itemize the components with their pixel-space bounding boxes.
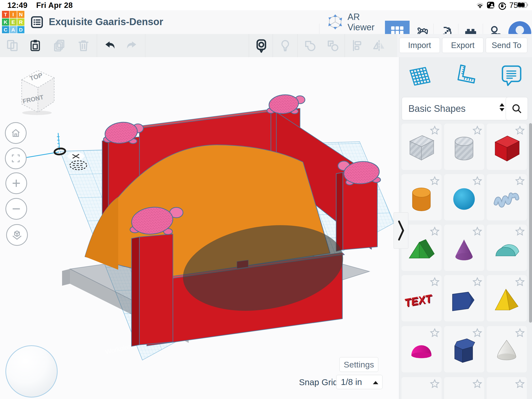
hide-button[interactable]	[279, 39, 292, 52]
search-icon	[511, 103, 522, 114]
favorite-star-icon[interactable]	[429, 379, 440, 389]
ar-cube-icon	[326, 13, 344, 31]
orbit-navigation-ball[interactable]	[5, 345, 58, 398]
shapes-panel: Basic Shapes	[399, 57, 532, 399]
favorite-star-icon[interactable]	[429, 328, 440, 338]
toolbar-divider	[97, 34, 97, 57]
logo-tile: E	[10, 18, 17, 26]
favorite-star-icon[interactable]	[472, 379, 483, 389]
send-to-button[interactable]: Send To	[486, 38, 527, 53]
status-date: Fri Apr 28	[36, 1, 73, 10]
favorite-star-icon[interactable]	[429, 125, 440, 136]
export-button[interactable]: Export	[442, 38, 483, 53]
shape-card-text[interactable]: TEXTTEXT	[401, 275, 442, 321]
settings-button[interactable]: Settings	[339, 357, 378, 372]
favorite-star-icon[interactable]	[515, 277, 525, 287]
shape-card-half-sphere[interactable]	[401, 326, 442, 372]
status-time: 12:49	[7, 1, 28, 10]
screen-mirroring-icon	[486, 1, 495, 9]
shape-card-round-roof[interactable]	[487, 225, 527, 271]
favorite-star-icon[interactable]	[472, 176, 483, 186]
logo-tile: I	[10, 11, 17, 18]
logo-tile: C	[2, 26, 9, 33]
ar-viewer-button[interactable]: AR Viewer	[326, 13, 383, 31]
collapse-panel-button[interactable]	[394, 212, 408, 249]
shape-card-hole-cylinder[interactable]	[444, 124, 484, 170]
shape-card-cone[interactable]	[444, 225, 484, 271]
favorite-star-icon[interactable]	[472, 226, 483, 237]
favorite-star-icon[interactable]	[515, 379, 525, 389]
battery-icon	[516, 1, 529, 9]
ar-viewer-label: AR Viewer	[348, 12, 383, 33]
logo-tile: N	[17, 11, 24, 18]
status-time-date: 12:49 Fri Apr 28	[7, 1, 73, 10]
workplane-tool-icon[interactable]	[407, 63, 431, 90]
paste-button[interactable]	[29, 39, 42, 52]
panel-scrollbar[interactable]	[529, 123, 532, 323]
shape-card-tube[interactable]	[444, 377, 484, 399]
duplicate-button[interactable]	[53, 39, 66, 52]
import-button[interactable]: Import	[399, 38, 440, 53]
ungroup-button[interactable]	[326, 39, 339, 52]
search-shapes-button[interactable]	[506, 97, 528, 120]
home-view-button[interactable]	[5, 122, 27, 144]
svg-text:TEXT: TEXT	[405, 292, 432, 309]
shape-card-heart[interactable]	[487, 377, 527, 399]
shape-category-select[interactable]: Basic Shapes	[402, 97, 510, 120]
design-title[interactable]: Exquisite Gaaris-Densor	[49, 16, 163, 27]
toolbar-divider	[249, 34, 249, 57]
shape-card-hole-box[interactable]	[401, 124, 442, 170]
favorite-star-icon[interactable]	[515, 125, 525, 136]
favorite-star-icon[interactable]	[515, 176, 525, 186]
snap-grid-select[interactable]: 1/8 in	[336, 375, 382, 389]
edit-toolbar: Import Export Send To	[0, 34, 532, 57]
fit-view-button[interactable]	[5, 148, 27, 169]
toolbar-divider	[273, 34, 273, 57]
shape-card-box[interactable]	[487, 124, 527, 170]
shape-card-paraboloid[interactable]	[487, 326, 527, 372]
shape-card-hex-prism[interactable]	[444, 326, 484, 372]
toolbar-divider	[145, 34, 145, 57]
favorite-star-icon[interactable]	[515, 226, 525, 237]
notes-tool-icon[interactable]	[499, 63, 524, 90]
align-button[interactable]	[351, 39, 364, 52]
shape-card-scribble[interactable]	[487, 174, 527, 220]
show-all-button[interactable]	[255, 39, 268, 52]
scene-3d[interactable]: Workplane	[0, 57, 399, 399]
shape-card-pyramid[interactable]	[487, 275, 527, 321]
design-canvas[interactable]: Workplane	[0, 57, 399, 399]
favorite-star-icon[interactable]	[429, 176, 440, 186]
delete-button[interactable]	[77, 39, 90, 52]
zoom-in-button[interactable]	[5, 172, 27, 194]
favorite-star-icon[interactable]	[429, 277, 440, 287]
shape-card-torus[interactable]	[401, 377, 442, 399]
rotation-lock-icon	[498, 1, 506, 9]
chevron-right-icon	[397, 217, 405, 244]
shape-card-polygon[interactable]	[444, 275, 484, 321]
favorite-star-icon[interactable]	[472, 125, 483, 136]
perspective-toggle-button[interactable]	[6, 224, 28, 246]
redo-button[interactable]	[125, 39, 138, 52]
wifi-icon	[475, 1, 485, 9]
favorite-star-icon[interactable]	[429, 226, 440, 237]
favorite-star-icon[interactable]	[472, 328, 483, 338]
logo-tile: R	[17, 18, 24, 26]
shape-card-sphere[interactable]	[444, 174, 484, 220]
favorite-star-icon[interactable]	[515, 328, 525, 338]
zoom-out-button[interactable]	[5, 198, 27, 220]
ruler-tool-icon[interactable]	[453, 63, 478, 90]
copy-button[interactable]	[6, 39, 19, 52]
front-left-pillar[interactable]	[139, 234, 173, 345]
snap-grid-value: 1/8 in	[341, 377, 362, 387]
favorite-star-icon[interactable]	[472, 277, 483, 287]
mirror-button[interactable]	[372, 39, 386, 52]
tinkercad-logo[interactable]: TINKERCAD	[2, 11, 25, 34]
design-properties-icon[interactable]	[30, 15, 44, 29]
toolbar-divider	[345, 34, 345, 57]
logo-tile: A	[10, 26, 17, 33]
undo-button[interactable]	[103, 39, 116, 52]
group-button[interactable]	[303, 39, 316, 52]
caret-up-icon	[373, 381, 378, 384]
logo-tile: T	[2, 11, 9, 18]
view-cube[interactable]: TOP FRONT	[18, 67, 55, 116]
